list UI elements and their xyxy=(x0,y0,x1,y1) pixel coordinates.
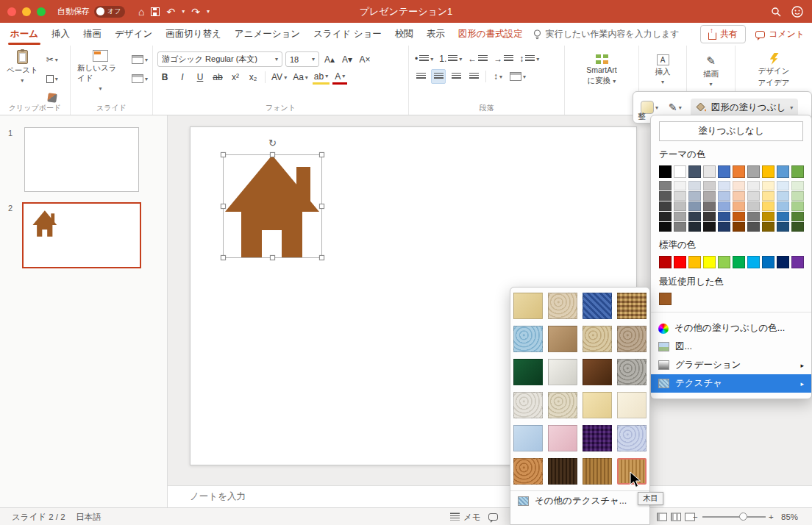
color-swatch[interactable] xyxy=(747,256,760,268)
texture-swatch-parchment[interactable] xyxy=(583,392,612,418)
paste-button[interactable]: ペースト ▾ xyxy=(3,49,42,105)
color-swatch[interactable] xyxy=(791,201,804,211)
color-swatch[interactable] xyxy=(659,212,672,221)
smartart-button[interactable]: SmartArt に変換▾ xyxy=(568,53,635,88)
underline-button[interactable]: U xyxy=(193,70,207,85)
color-swatch[interactable] xyxy=(718,212,730,221)
tab-view[interactable]: 表示 xyxy=(427,23,445,46)
zoom-in-button[interactable]: + xyxy=(769,512,774,521)
texture-swatch-denim[interactable] xyxy=(583,293,612,319)
resize-handle-nw[interactable] xyxy=(221,152,226,157)
new-slide-chevron-icon[interactable]: ▾ xyxy=(99,85,102,92)
tellme-box[interactable]: 実行したい作業内容を入力します xyxy=(533,28,680,40)
decrease-indent-button[interactable]: ← xyxy=(466,51,489,66)
design-ideas-button[interactable]: デザイン アイデア xyxy=(738,51,809,90)
color-swatch[interactable] xyxy=(688,222,701,232)
autosave-control[interactable]: 自動保存 オフ xyxy=(57,6,125,18)
shape-selection-box[interactable]: ↻ xyxy=(224,155,321,257)
resize-handle-s[interactable] xyxy=(270,255,275,260)
color-swatch[interactable] xyxy=(733,165,745,178)
clear-format-button[interactable]: A× xyxy=(357,52,372,67)
color-swatch[interactable] xyxy=(688,181,701,190)
normal-view-button[interactable] xyxy=(657,512,667,521)
texture-swatch-recycled-paper[interactable] xyxy=(548,392,577,418)
color-swatch[interactable] xyxy=(703,165,716,178)
superscript-button[interactable]: x² xyxy=(228,70,243,85)
color-swatch[interactable] xyxy=(777,256,789,268)
resize-handle-ne[interactable] xyxy=(319,152,324,157)
color-swatch[interactable] xyxy=(703,191,716,201)
tab-draw[interactable]: 描画 xyxy=(83,23,102,46)
color-swatch[interactable] xyxy=(777,165,789,178)
tab-transitions[interactable]: 画面切り替え xyxy=(165,23,221,46)
color-swatch[interactable] xyxy=(703,201,716,211)
more-textures-item[interactable]: その他のテクスチャ... xyxy=(510,490,649,510)
color-swatch[interactable] xyxy=(791,181,804,190)
layout-button[interactable]: ▾ xyxy=(130,52,149,67)
resize-handle-e[interactable] xyxy=(319,204,324,209)
color-swatch[interactable] xyxy=(674,201,686,211)
bullets-button[interactable]: •▾ xyxy=(413,51,435,66)
color-swatch[interactable] xyxy=(777,222,789,232)
comments-toggle[interactable] xyxy=(488,513,498,521)
texture-swatch-paper-bag[interactable] xyxy=(548,326,577,352)
color-swatch[interactable] xyxy=(703,256,716,268)
color-swatch[interactable] xyxy=(733,191,745,201)
color-swatch[interactable] xyxy=(733,181,745,190)
color-swatch[interactable] xyxy=(674,165,686,178)
texture-swatch-woven-mat[interactable] xyxy=(617,293,647,319)
subscript-button[interactable]: x₂ xyxy=(246,70,260,85)
color-swatch[interactable] xyxy=(688,191,701,201)
texture-swatch-bouquet[interactable] xyxy=(617,425,647,451)
align-center-button[interactable] xyxy=(431,69,446,84)
color-swatch[interactable] xyxy=(762,222,774,232)
color-swatch[interactable] xyxy=(777,201,789,211)
notes-toggle[interactable]: メモ xyxy=(450,511,481,522)
character-spacing-button[interactable]: AV▾ xyxy=(270,70,288,85)
color-swatch[interactable] xyxy=(659,293,672,305)
color-swatch[interactable] xyxy=(688,165,701,178)
zoom-level[interactable]: 85% xyxy=(781,512,798,521)
align-right-button[interactable] xyxy=(449,69,463,84)
color-swatch[interactable] xyxy=(659,191,672,201)
color-swatch[interactable] xyxy=(733,201,745,211)
fill-menu-item-texture[interactable]: テクスチャ▸ xyxy=(651,374,811,393)
color-swatch[interactable] xyxy=(733,212,745,221)
color-swatch[interactable] xyxy=(718,181,730,190)
color-swatch[interactable] xyxy=(777,212,789,221)
zoom-slider-knob[interactable] xyxy=(739,512,747,521)
tab-shape-format[interactable]: 図形の書式設定 xyxy=(458,23,523,46)
texture-swatch-newsprint[interactable] xyxy=(513,392,543,418)
color-swatch[interactable] xyxy=(718,191,730,201)
color-swatch[interactable] xyxy=(747,222,760,232)
color-swatch[interactable] xyxy=(688,256,701,268)
copy-button[interactable]: ▾ xyxy=(45,71,60,86)
color-swatch[interactable] xyxy=(674,212,686,221)
texture-swatch-canvas[interactable] xyxy=(548,293,577,319)
color-swatch[interactable] xyxy=(703,181,716,190)
color-swatch[interactable] xyxy=(747,165,760,178)
shape-outline-button[interactable]: ✎▾ xyxy=(667,100,683,115)
undo-icon[interactable]: ↶ xyxy=(166,6,175,18)
color-swatch[interactable] xyxy=(777,181,789,190)
comments-button[interactable]: コメント xyxy=(755,28,805,40)
color-swatch[interactable] xyxy=(674,181,686,190)
color-swatch[interactable] xyxy=(762,212,774,221)
minimize-button[interactable] xyxy=(22,7,31,16)
tab-animations[interactable]: アニメーション xyxy=(235,23,300,46)
color-swatch[interactable] xyxy=(718,222,730,232)
color-swatch[interactable] xyxy=(747,212,760,221)
search-icon[interactable] xyxy=(771,7,781,17)
resize-handle-w[interactable] xyxy=(221,204,226,209)
section-button[interactable]: ▾ xyxy=(130,71,149,86)
paste-chevron-icon[interactable]: ▾ xyxy=(21,77,24,84)
font-name-select[interactable]: 游ゴシック Regular (本文) ▾ xyxy=(157,51,282,67)
shape-fill-button[interactable]: 図形の塗りつぶし ▾ xyxy=(691,99,798,117)
texture-swatch-water-droplets[interactable] xyxy=(513,326,543,352)
notes-pane[interactable]: ノートを入力 xyxy=(168,485,812,507)
text-highlight-button[interactable]: ab▾ xyxy=(313,70,330,85)
autosave-toggle[interactable]: オフ xyxy=(94,6,125,18)
account-icon[interactable] xyxy=(791,6,803,18)
color-swatch[interactable] xyxy=(762,181,774,190)
texture-swatch-brown-marble[interactable] xyxy=(583,359,612,385)
